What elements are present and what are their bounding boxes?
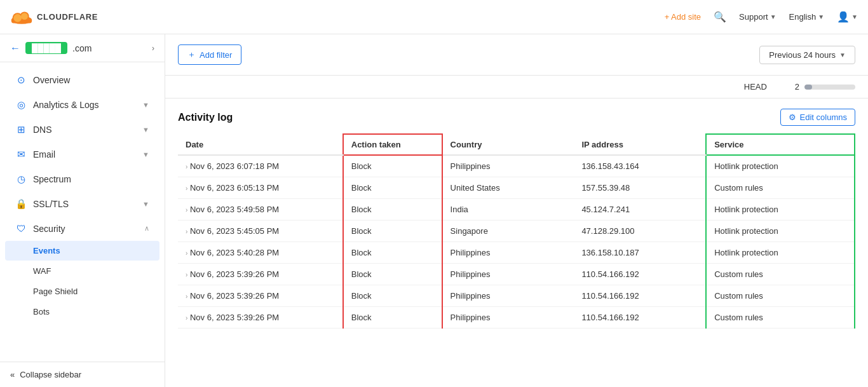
svg-point-5: [21, 13, 28, 20]
td-country: United States: [442, 177, 574, 199]
language-chevron-icon: ▼: [818, 13, 824, 20]
cloudflare-name: CLOUDFLARE: [37, 12, 98, 22]
activity-log-header: Activity log ⚙ Edit columns: [178, 98, 855, 133]
td-ip-address: 136.158.43.164: [574, 155, 706, 177]
cloudflare-logo-icon: [10, 10, 33, 25]
security-icon: 🛡: [15, 223, 27, 234]
expand-chevron-icon[interactable]: ›: [186, 250, 187, 257]
edit-columns-label: Edit columns: [800, 112, 847, 122]
td-service: Hotlink protection: [706, 199, 855, 221]
expand-chevron-icon[interactable]: ›: [186, 293, 187, 300]
svg-point-4: [13, 14, 22, 22]
table-row[interactable]: › Nov 6, 2023 5:39:26 PMBlockPhilippines…: [178, 307, 855, 329]
table-row[interactable]: › Nov 6, 2023 5:40:28 PMBlockPhilippines…: [178, 242, 855, 264]
td-ip-address: 110.54.166.192: [574, 285, 706, 307]
topnav-actions: + Add site 🔍 Support ▼ English ▼ 👤 ▼: [665, 11, 858, 23]
td-service: Custom rules: [706, 177, 855, 199]
add-site-label: + Add site: [665, 12, 701, 22]
td-ip-address: 157.55.39.48: [574, 177, 706, 199]
head-progress-fill: [804, 85, 812, 90]
sidebar-item-spectrum[interactable]: ◷ Spectrum: [5, 167, 159, 191]
head-count-value: 2: [795, 82, 799, 92]
time-range-button[interactable]: Previous 24 hours ▼: [759, 46, 855, 64]
collapse-sidebar-button[interactable]: « Collapse sidebar: [0, 362, 165, 387]
sidebar-item-label: SSL/TLS: [33, 199, 136, 209]
expand-chevron-icon[interactable]: ›: [186, 315, 187, 322]
head-count: 2: [795, 82, 855, 92]
time-range-label: Previous 24 hours: [769, 50, 836, 60]
back-arrow-icon[interactable]: ←: [10, 43, 20, 54]
th-ip-address: IP address: [574, 134, 706, 155]
security-chevron-icon: ∧: [144, 224, 149, 233]
add-filter-button[interactable]: ＋ Add filter: [178, 44, 241, 65]
sidebar-item-analytics[interactable]: ◎ Analytics & Logs ▼: [5, 93, 159, 117]
sidebar-item-overview[interactable]: ⊙ Overview: [5, 68, 159, 92]
add-filter-label: Add filter: [200, 50, 232, 60]
td-service: Custom rules: [706, 285, 855, 307]
sidebar-item-label: Overview: [33, 75, 149, 85]
sidebar-subitem-waf[interactable]: WAF: [5, 261, 159, 281]
logo[interactable]: CLOUDFLARE: [10, 10, 98, 25]
search-icon[interactable]: 🔍: [714, 11, 726, 23]
support-menu[interactable]: Support ▼: [739, 12, 776, 22]
td-date: › Nov 6, 2023 6:07:18 PM: [178, 155, 343, 177]
td-ip-address: 136.158.10.187: [574, 242, 706, 264]
expand-chevron-icon[interactable]: ›: [186, 228, 187, 235]
sidebar-item-label: Email: [33, 149, 136, 160]
sidebar-nav: ⊙ Overview ◎ Analytics & Logs ▼ ⊞ DNS ▼ …: [0, 62, 165, 362]
add-site-button[interactable]: + Add site: [665, 12, 701, 22]
activity-table: Date Action taken Country IP address Ser…: [178, 133, 855, 329]
td-action-taken: Block: [343, 155, 442, 177]
td-country: Philippines: [442, 242, 574, 264]
activity-log-title: Activity log: [178, 112, 780, 123]
main-layout: ← █████ .com › ⊙ Overview ◎ Analytics & …: [0, 34, 868, 387]
head-row: HEAD 2: [165, 76, 868, 98]
sidebar-subitem-bots[interactable]: Bots: [5, 302, 159, 322]
sidebar-item-security[interactable]: 🛡 Security ∧: [5, 217, 159, 240]
table-row[interactable]: › Nov 6, 2023 5:49:58 PMBlockIndia45.124…: [178, 199, 855, 221]
sidebar-subitem-events[interactable]: Events: [5, 241, 159, 261]
bots-label: Bots: [33, 307, 50, 316]
expand-chevron-icon[interactable]: ›: [186, 185, 187, 192]
domain-chevron-icon: ›: [152, 44, 154, 53]
email-chevron-icon: ▼: [142, 151, 149, 158]
language-menu[interactable]: English ▼: [789, 12, 825, 22]
sidebar-item-label: DNS: [33, 125, 136, 135]
td-country: Philippines: [442, 307, 574, 329]
td-date: › Nov 6, 2023 6:05:13 PM: [178, 177, 343, 199]
toolbar: ＋ Add filter Previous 24 hours ▼: [165, 34, 868, 76]
td-action-taken: Block: [343, 221, 442, 242]
user-menu[interactable]: 👤 ▼: [837, 11, 858, 23]
support-chevron-icon: ▼: [770, 13, 776, 20]
ssltls-icon: 🔒: [15, 198, 27, 210]
table-row[interactable]: › Nov 6, 2023 5:39:26 PMBlockPhilippines…: [178, 264, 855, 285]
td-date: › Nov 6, 2023 5:45:05 PM: [178, 221, 343, 242]
expand-chevron-icon[interactable]: ›: [186, 163, 187, 170]
expand-chevron-icon[interactable]: ›: [186, 207, 187, 214]
sidebar-subitem-pageshield[interactable]: Page Shield: [5, 282, 159, 301]
domain-badge: █████: [25, 42, 67, 54]
table-row[interactable]: › Nov 6, 2023 5:45:05 PMBlockSingapore47…: [178, 221, 855, 242]
td-country: Philippines: [442, 155, 574, 177]
table-row[interactable]: › Nov 6, 2023 6:07:18 PMBlockPhilippines…: [178, 155, 855, 177]
td-service: Hotlink protection: [706, 242, 855, 264]
time-range-chevron-icon: ▼: [839, 51, 846, 58]
sidebar-item-dns[interactable]: ⊞ DNS ▼: [5, 118, 159, 142]
td-date: › Nov 6, 2023 5:39:26 PM: [178, 307, 343, 329]
table-row[interactable]: › Nov 6, 2023 5:39:26 PMBlockPhilippines…: [178, 285, 855, 307]
td-service: Hotlink protection: [706, 221, 855, 242]
dns-chevron-icon: ▼: [142, 126, 149, 133]
activity-log-section: Activity log ⚙ Edit columns Date Action …: [165, 98, 868, 329]
table-row[interactable]: › Nov 6, 2023 6:05:13 PMBlockUnited Stat…: [178, 177, 855, 199]
sidebar-item-email[interactable]: ✉ Email ▼: [5, 142, 159, 166]
th-action-taken: Action taken: [343, 134, 442, 155]
td-action-taken: Block: [343, 177, 442, 199]
sidebar-item-ssltls[interactable]: 🔒 SSL/TLS ▼: [5, 192, 159, 216]
td-ip-address: 110.54.166.192: [574, 264, 706, 285]
td-ip-address: 110.54.166.192: [574, 307, 706, 329]
edit-columns-button[interactable]: ⚙ Edit columns: [780, 109, 855, 126]
dns-icon: ⊞: [15, 124, 27, 135]
main-content: ＋ Add filter Previous 24 hours ▼ HEAD 2: [165, 34, 868, 387]
expand-chevron-icon[interactable]: ›: [186, 271, 187, 278]
domain-selector[interactable]: ← █████ .com ›: [0, 34, 165, 62]
